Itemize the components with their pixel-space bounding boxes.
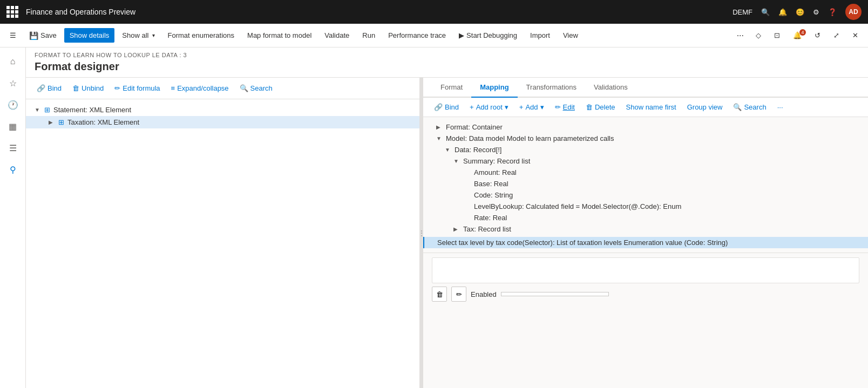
- diamond-icon[interactable]: ◇: [750, 28, 767, 43]
- right-tree-levelbylookup[interactable]: LevelByLookup: Calculated field = Model.…: [423, 201, 868, 212]
- format-enumerations-button[interactable]: Format enumerations: [162, 28, 240, 43]
- panel-icon[interactable]: ⊡: [769, 28, 785, 43]
- main-layout: ⌂ ☆ 🕐 ▦ ☰ ⚲ FORMAT TO LEARN HOW TO LOOKU…: [0, 47, 868, 388]
- search-icon[interactable]: 🔍: [761, 8, 770, 16]
- sidebar-star-icon[interactable]: ☆: [3, 73, 23, 93]
- plus-icon-add: +: [519, 103, 524, 111]
- delete-bottom-button[interactable]: 🗑: [432, 287, 447, 302]
- validate-button[interactable]: Validate: [319, 28, 355, 43]
- code-label: Code: String: [474, 191, 513, 199]
- right-tree-base[interactable]: Base: Real: [423, 178, 868, 189]
- right-ellipsis-button[interactable]: ···: [773, 101, 788, 113]
- chevron-data: ▼: [445, 147, 451, 153]
- settings-icon[interactable]: ⚙: [813, 8, 819, 16]
- app-title: Finance and Operations Preview: [26, 8, 727, 16]
- add-root-chevron: ▾: [505, 103, 508, 111]
- expand-collapse-button[interactable]: ≡ Expand/collapse: [167, 82, 233, 94]
- right-tree-model[interactable]: ▼ Model: Data model Model to learn param…: [423, 133, 868, 144]
- sidebar-home-icon[interactable]: ⌂: [3, 52, 23, 71]
- tab-mapping[interactable]: Mapping: [471, 78, 517, 98]
- link-icon-right: 🔗: [434, 103, 443, 111]
- search-icon-right: 🔍: [733, 103, 742, 111]
- link-icon: 🔗: [37, 84, 45, 92]
- avatar[interactable]: AD: [845, 4, 862, 20]
- right-tree-code[interactable]: Code: String: [423, 189, 868, 201]
- tab-format[interactable]: Format: [432, 78, 471, 98]
- left-search-button[interactable]: 🔍 Search: [235, 82, 277, 94]
- tree-item-taxation[interactable]: ▶ ⊞ Taxation: XML Element: [26, 116, 419, 128]
- tab-transformations[interactable]: Transformations: [518, 78, 585, 98]
- levelbylookup-label: LevelByLookup: Calculated field = Model.…: [474, 202, 681, 210]
- sidebar-calendar-icon[interactable]: ▦: [3, 117, 23, 136]
- ellipsis-icon[interactable]: ···: [733, 28, 748, 44]
- formula-input-box: [432, 257, 859, 283]
- tree-item-label-taxation: Taxation: XML Element: [67, 118, 139, 126]
- show-all-button[interactable]: Show all ▾: [117, 28, 160, 43]
- content-area: FORMAT TO LEARN HOW TO LOOKUP LE DATA : …: [26, 47, 868, 388]
- notification-icon[interactable]: 🔔: [778, 8, 787, 16]
- debug-icon: ▶: [459, 31, 464, 39]
- show-all-chevron: ▾: [152, 32, 155, 38]
- page-title: Format designer: [35, 60, 859, 73]
- close-icon[interactable]: ✕: [847, 28, 864, 43]
- start-debugging-button[interactable]: ▶ Start Debugging: [453, 28, 523, 43]
- map-format-button[interactable]: Map format to model: [242, 28, 317, 43]
- add-button[interactable]: + Add ▾: [515, 101, 548, 113]
- search-icon-left: 🔍: [240, 84, 248, 92]
- show-details-button[interactable]: Show details: [64, 28, 115, 43]
- pencil-bottom-icon: ✏: [456, 290, 462, 298]
- right-tree-format[interactable]: ▶ Format: Container: [423, 121, 868, 133]
- import-button[interactable]: Import: [525, 28, 555, 43]
- trash-icon-right: 🗑: [586, 103, 593, 111]
- maximize-icon[interactable]: ⤢: [828, 28, 845, 43]
- performance-trace-button[interactable]: Performance trace: [383, 28, 451, 43]
- chevron-taxation: ▶: [49, 119, 55, 125]
- sidebar-icons: ⌂ ☆ 🕐 ▦ ☰ ⚲: [0, 47, 26, 388]
- model-label: Model: Data model Model to learn paramet…: [446, 134, 614, 142]
- show-name-first-button[interactable]: Show name first: [622, 101, 681, 113]
- tree-item-label: Statement: XML Element: [53, 106, 131, 114]
- right-tree-rate[interactable]: Rate: Real: [423, 212, 868, 223]
- right-edit-button[interactable]: ✏ Edit: [551, 101, 579, 113]
- run-button[interactable]: Run: [357, 28, 381, 43]
- bind-button[interactable]: 🔗 Bind: [32, 82, 66, 94]
- chevron-format: ▶: [436, 124, 443, 130]
- panels: 🔗 Bind 🗑 Unbind ✏ Edit formula ≡ Expand/…: [26, 78, 868, 388]
- sidebar-clock-icon[interactable]: 🕐: [3, 95, 23, 114]
- group-view-button[interactable]: Group view: [683, 101, 727, 113]
- tree-item-statement[interactable]: ▼ ⊞ Statement: XML Element: [26, 104, 419, 116]
- chevron-model: ▼: [436, 135, 443, 141]
- right-tree-summary[interactable]: ▼ Summary: Record list: [423, 155, 868, 167]
- pencil-icon-right: ✏: [555, 103, 561, 111]
- app-grid-icon[interactable]: [6, 6, 18, 18]
- tab-validations[interactable]: Validations: [585, 78, 636, 98]
- hamburger-menu-button[interactable]: ☰: [4, 28, 22, 43]
- right-content: ▶ Format: Container ▼ Model: Data model …: [423, 117, 868, 388]
- badge-icon[interactable]: 🔔 4: [788, 28, 807, 43]
- xml-icon-statement: ⊞: [44, 106, 50, 114]
- right-tree-tax[interactable]: ▶ Tax: Record list: [423, 223, 868, 235]
- view-button[interactable]: View: [558, 28, 584, 43]
- xml-icon-taxation: ⊞: [58, 118, 64, 126]
- add-root-button[interactable]: + Add root ▾: [465, 101, 513, 113]
- right-search-button[interactable]: 🔍 Search: [729, 101, 770, 113]
- right-delete-button[interactable]: 🗑 Delete: [581, 101, 620, 113]
- save-button[interactable]: 💾 Save: [24, 28, 62, 43]
- command-bar: ☰ 💾 Save Show details Show all ▾ Format …: [0, 24, 868, 47]
- sidebar-filter-icon[interactable]: ⚲: [3, 160, 23, 179]
- edit-bottom-button[interactable]: ✏: [451, 287, 466, 302]
- trash-icon-left: 🗑: [72, 84, 79, 92]
- summary-label: Summary: Record list: [463, 157, 530, 165]
- chevron-summary: ▼: [453, 158, 460, 164]
- right-tree-amount[interactable]: Amount: Real: [423, 167, 868, 178]
- right-bind-button[interactable]: 🔗 Bind: [430, 101, 463, 113]
- unbind-button[interactable]: 🗑 Unbind: [68, 82, 108, 94]
- user-icon[interactable]: 😊: [796, 8, 804, 16]
- help-icon[interactable]: ❓: [828, 8, 837, 16]
- right-tree-data[interactable]: ▼ Data: Record[!]: [423, 144, 868, 155]
- refresh-icon[interactable]: ↺: [809, 28, 826, 43]
- sidebar-list-icon[interactable]: ☰: [3, 138, 23, 158]
- edit-formula-button[interactable]: ✏ Edit formula: [110, 82, 164, 94]
- enabled-input[interactable]: [501, 292, 609, 296]
- right-tree-formula-selected[interactable]: Select tax level by tax code(Selector): …: [423, 237, 868, 248]
